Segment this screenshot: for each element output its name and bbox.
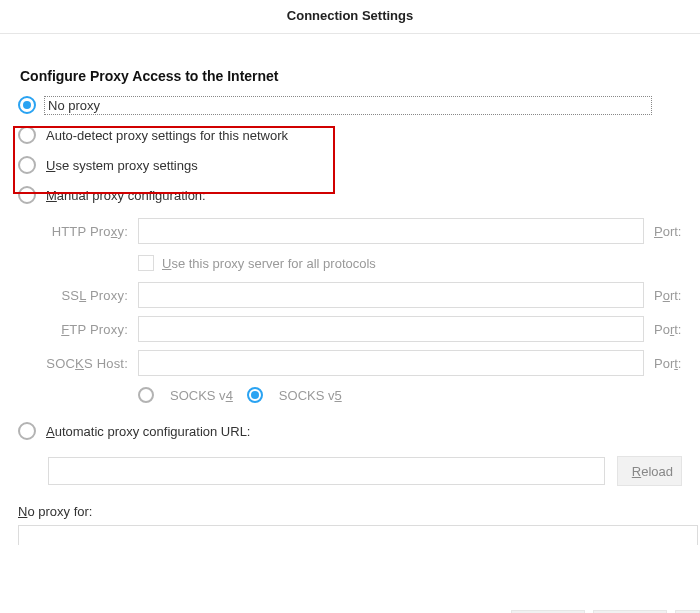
radio-icon [18,156,36,174]
ssl-proxy-row: SSL Proxy: Port: [18,278,682,312]
radio-icon [18,186,36,204]
dialog-title: Connection Settings [0,0,700,34]
option-label: Auto-detect proxy settings for this netw… [46,128,288,143]
ssl-proxy-label: SSL Proxy: [18,288,138,303]
radio-icon [18,126,36,144]
socks-version-row: SOCKS v4 SOCKS v5 [18,380,682,410]
http-proxy-label: HTTP Proxy: [18,224,138,239]
port-label: Port: [654,224,682,239]
option-label: Automatic proxy configuration URL: [46,424,250,439]
ssl-proxy-input[interactable] [138,282,644,308]
http-proxy-row: HTTP Proxy: Port: [18,214,682,248]
radio-icon [138,387,154,403]
section-heading: Configure Proxy Access to the Internet [18,68,682,84]
port-label: Port: [654,356,682,371]
port-label: Port: [654,322,682,337]
option-no-proxy[interactable]: No proxy [18,90,682,120]
socks-v4-option[interactable]: SOCKS v4 [138,387,233,403]
socks-host-row: SOCKS Host: Port: [18,346,682,380]
socks-v4-label: SOCKS v4 [170,388,233,403]
checkbox-icon [138,255,154,271]
socks-host-label: SOCKS Host: [18,356,138,371]
manual-proxy-group: HTTP Proxy: Port: Use this proxy server … [18,214,682,410]
option-label: Manual proxy configuration: [46,188,206,203]
no-proxy-for-label: No proxy for: [18,504,682,519]
option-manual-proxy[interactable]: Manual proxy configuration: [18,180,682,210]
socks-v5-label: SOCKS v5 [279,388,342,403]
option-auto-detect[interactable]: Auto-detect proxy settings for this netw… [18,120,682,150]
socks-v5-option[interactable]: SOCKS v5 [247,387,342,403]
socks-host-input[interactable] [138,350,644,376]
radio-icon [18,96,36,114]
radio-icon [247,387,263,403]
reload-button[interactable]: Reload [617,456,682,486]
ftp-proxy-label: FTP Proxy: [18,322,138,337]
option-auto-config-url[interactable]: Automatic proxy configuration URL: [18,416,682,446]
use-for-all-row[interactable]: Use this proxy server for all protocols [18,248,682,278]
port-label: Port: [654,288,682,303]
radio-icon [18,422,36,440]
auto-config-url-input[interactable] [48,457,605,485]
use-for-all-label: Use this proxy server for all protocols [162,256,376,271]
auto-config-url-row: Reload [18,454,682,488]
option-label: No proxy [46,98,650,113]
ftp-proxy-input[interactable] [138,316,644,342]
no-proxy-for-input[interactable] [18,525,698,545]
ftp-proxy-row: FTP Proxy: Port: [18,312,682,346]
option-label: Use system proxy settings [46,158,198,173]
http-proxy-input[interactable] [138,218,644,244]
option-system-proxy[interactable]: Use system proxy settings [18,150,682,180]
